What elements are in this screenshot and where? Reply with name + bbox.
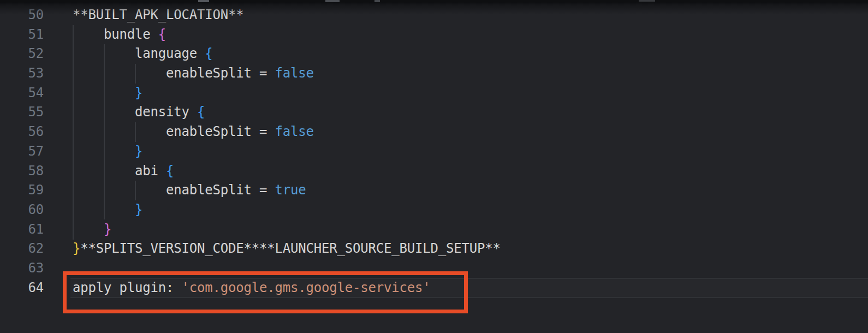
code-line-53[interactable]: 53 enableSplit = false [0,64,868,84]
code-text: **BUILT_APK_LOCATION** [73,5,243,25]
line-number[interactable]: 55 [0,103,44,122]
code-text: enableSplit = true [73,181,306,200]
line-number[interactable]: 61 [0,220,44,240]
code-text: apply plugin: 'com.google.gms.google-ser… [73,278,430,298]
line-number[interactable]: 50 [0,5,44,25]
code-text: bundle { [73,25,166,45]
code-line-58[interactable]: 58 abi { [0,162,868,181]
code-line-50[interactable]: 50**BUILT_APK_LOCATION** [0,5,868,25]
line-number[interactable]: 60 [0,200,44,220]
code-line-51[interactable]: 51 bundle { [0,25,868,45]
line-number[interactable]: 53 [0,64,44,84]
code-editor: 50**BUILT_APK_LOCATION**51 bundle {52 la… [0,0,868,333]
code-line-57[interactable]: 57 } [0,142,868,162]
code-text: }**SPLITS_VERSION_CODE****LAUNCHER_SOURC… [73,239,501,259]
code-text: abi { [73,162,174,181]
code-text: language { [73,44,213,64]
clipped-text-remnant [325,0,340,2]
clipped-text-remnant [639,0,655,2]
code-text: enableSplit = false [73,64,314,84]
code-lines[interactable]: 50**BUILT_APK_LOCATION**51 bundle {52 la… [0,5,868,298]
line-number[interactable]: 59 [0,181,44,200]
code-text: } [73,200,142,220]
line-number[interactable]: 58 [0,162,44,181]
code-text: } [73,142,142,162]
code-line-61[interactable]: 61 } [0,220,868,240]
code-line-55[interactable]: 55 density { [0,103,868,122]
line-number[interactable]: 51 [0,25,44,45]
code-text: } [73,220,111,240]
line-number[interactable]: 52 [0,44,44,64]
code-line-59[interactable]: 59 enableSplit = true [0,181,868,200]
line-number[interactable]: 62 [0,239,44,259]
code-line-56[interactable]: 56 enableSplit = false [0,122,868,142]
code-line-62[interactable]: 62}**SPLITS_VERSION_CODE****LAUNCHER_SOU… [0,239,868,259]
code-text: } [73,84,142,103]
clipped-text-remnant [374,0,380,2]
line-number[interactable]: 54 [0,84,44,103]
code-line-63[interactable]: 63 [0,259,868,278]
code-text: density { [73,103,205,122]
line-number[interactable]: 63 [0,259,44,278]
line-number[interactable]: 56 [0,122,44,142]
code-line-60[interactable]: 60 } [0,200,868,220]
code-text: enableSplit = false [73,122,314,142]
line-number[interactable]: 64 [0,278,44,298]
code-line-54[interactable]: 54 } [0,84,868,103]
code-line-52[interactable]: 52 language { [0,44,868,64]
code-line-64[interactable]: 64apply plugin: 'com.google.gms.google-s… [0,278,868,298]
clipped-text-remnant [198,0,209,2]
line-number[interactable]: 57 [0,142,44,162]
